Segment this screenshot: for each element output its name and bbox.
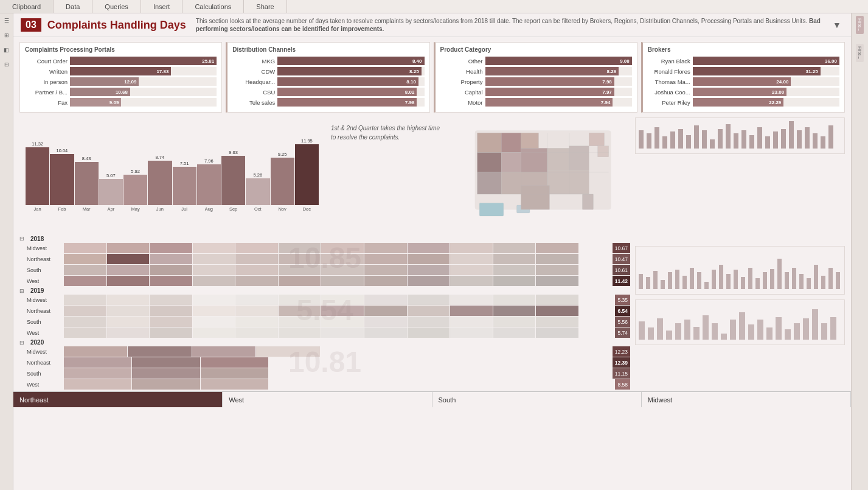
kpi-portals-label-4: Fax xyxy=(25,99,68,106)
kpi-product-row-1: Health 8.29 xyxy=(440,67,632,75)
heat-cell xyxy=(364,306,407,316)
toolbar-data[interactable]: Data xyxy=(54,0,92,13)
kpi-product-row-3: Capital 7.97 xyxy=(440,88,632,96)
heat-cell-empty xyxy=(372,368,406,379)
svg-rect-24 xyxy=(639,130,644,149)
heat-cell-empty xyxy=(441,368,475,379)
bar-sep-value: 9.63 xyxy=(229,150,238,155)
kpi-product-bar-2: 7.98 xyxy=(485,77,632,86)
bar-jul: 7.51 Jul xyxy=(173,161,196,212)
svg-rect-33 xyxy=(710,139,715,149)
footer-west[interactable]: West xyxy=(223,392,432,407)
svg-rect-11 xyxy=(477,172,502,194)
heat-cell-empty xyxy=(407,379,441,390)
collapse-2019[interactable]: ⊟ xyxy=(19,288,30,294)
heat-cells-2019-south xyxy=(64,317,578,327)
filter-button-2[interactable]: Filte... xyxy=(856,44,864,62)
heat-cell xyxy=(408,243,450,253)
page-description: This section looks at the average number… xyxy=(196,17,830,33)
heat-cell xyxy=(536,306,578,316)
bar-feb-rect xyxy=(50,154,74,205)
kpi-portals-label-3: Partner / B... xyxy=(25,89,68,96)
kpi-product-bar-3: 7.97 xyxy=(485,88,632,96)
heat-cell xyxy=(536,276,578,286)
heat-cell xyxy=(493,317,536,327)
kpi-portals-row-1: Written 17.83 xyxy=(25,67,217,75)
sidebar-icon-2[interactable]: ⊞ xyxy=(2,30,12,40)
filter-icon[interactable]: ▼ xyxy=(830,18,844,32)
kpi-portals-row-0: Court Order 25.81 xyxy=(25,57,217,65)
heat-cell xyxy=(536,265,578,275)
heat-cell-empty xyxy=(476,357,510,368)
svg-rect-8 xyxy=(521,148,547,172)
heat-cell-empty xyxy=(510,357,544,368)
svg-rect-88 xyxy=(739,312,745,340)
heat-cell xyxy=(364,276,407,286)
svg-rect-54 xyxy=(675,270,679,289)
kpi-brokers-label-3: Joshua Coo... xyxy=(648,89,690,96)
bar-apr-label: Apr xyxy=(108,206,115,212)
toolbar-calculations[interactable]: Calculations xyxy=(182,0,244,13)
kpi-brokers-label-4: Peter Riley xyxy=(648,99,690,106)
bar-may-label: May xyxy=(131,206,140,212)
heat-cell xyxy=(450,254,493,264)
toolbar-clipboard[interactable]: Clipboard xyxy=(0,0,54,13)
heat-cell xyxy=(493,265,536,275)
svg-rect-74 xyxy=(821,276,825,289)
kpi-brokers-title: Brokers xyxy=(648,46,839,53)
value-bar-2020-midwest: 12.23 xyxy=(578,346,630,357)
svg-rect-5 xyxy=(598,146,609,157)
footer-northeast[interactable]: Northeast xyxy=(13,392,223,407)
kpi-portals-row-3: Partner / B... 10.68 xyxy=(25,88,217,96)
kpi-portals-bar-2: 12.09 xyxy=(70,77,217,86)
bar-may-value: 5.92 xyxy=(131,169,140,174)
svg-rect-51 xyxy=(653,271,658,289)
heat-cell xyxy=(132,368,200,379)
sparkline-2020 xyxy=(635,299,845,345)
toolbar-queries[interactable]: Queries xyxy=(92,0,141,13)
toolbar-insert[interactable]: Insert xyxy=(141,0,183,13)
svg-rect-2 xyxy=(501,133,521,152)
toolbar-share[interactable]: Share xyxy=(244,0,286,13)
sidebar-icon-1[interactable]: ☰ xyxy=(2,16,12,26)
bar-aug-rect xyxy=(197,164,221,205)
heat-cell xyxy=(193,306,235,316)
heat-cell xyxy=(408,306,450,316)
footer-midwest[interactable]: Midwest xyxy=(642,392,851,407)
heat-cell xyxy=(536,295,578,305)
sidebar-icon-3[interactable]: ◧ xyxy=(2,45,12,55)
heat-cell xyxy=(64,295,106,305)
heat-cells-2020-midwest xyxy=(64,346,578,357)
kpi-portals-bar-0: 25.81 xyxy=(70,57,217,65)
footer-south[interactable]: South xyxy=(432,392,642,407)
heat-cell xyxy=(201,357,268,368)
kpi-brokers-row-3: Joshua Coo... 23.00 xyxy=(648,88,839,96)
heat-cell-empty xyxy=(304,357,338,368)
kpi-brokers-row-4: Peter Riley 22.29 xyxy=(648,98,839,107)
year-label-2019: 2019 xyxy=(30,287,64,294)
kpi-brokers-bar-0: 36.00 xyxy=(693,57,839,65)
heat-cell xyxy=(493,295,536,305)
heat-cell-empty xyxy=(385,346,417,357)
region-label-2020-west: West xyxy=(19,382,64,388)
year-label-2020: 2020 xyxy=(30,339,64,346)
svg-rect-82 xyxy=(684,320,690,340)
bar-oct-label: Oct xyxy=(254,206,262,212)
svg-rect-93 xyxy=(785,329,791,340)
kpi-portals-label-2: In person xyxy=(25,79,68,85)
bar-sep: 9.63 Sep xyxy=(221,150,245,212)
kpi-brokers-row-0: Ryan Black 36.00 xyxy=(648,57,839,65)
sidebar-icon-4[interactable]: ⊟ xyxy=(2,60,12,69)
collapse-2020[interactable]: ⊟ xyxy=(19,340,30,346)
kpi-brokers-row-1: Ronald Flores 31.25 xyxy=(648,67,839,75)
kpi-product-label-1: Health xyxy=(440,68,483,75)
kpi-channels-row-0: MKG 8.40 xyxy=(232,57,424,65)
heat-cell xyxy=(193,254,235,264)
heat-cell xyxy=(493,327,536,338)
collapse-2018[interactable]: ⊟ xyxy=(19,236,30,242)
bar-feb-label: Feb xyxy=(58,206,66,212)
heat-cell xyxy=(408,295,450,305)
filter-button-1[interactable]: Filte... xyxy=(856,16,864,34)
group-2020: ⊟ 2020 10.81 Midwest xyxy=(19,339,630,390)
svg-rect-4 xyxy=(589,133,604,146)
